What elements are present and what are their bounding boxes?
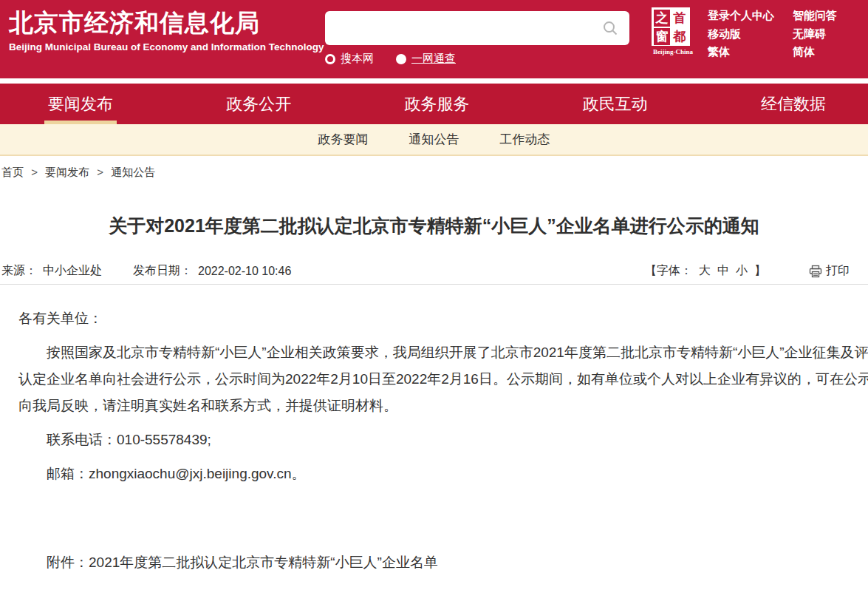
site-title: 北京市经济和信息化局 [9, 10, 324, 36]
font-size-medium-button[interactable]: 中 [717, 263, 729, 279]
active-tab-underline [44, 121, 117, 124]
salutation: 各有关单位： [18, 305, 868, 332]
article-body: 各有关单位： 按照国家及北京市专精特新“小巨人”企业相关政策要求，我局组织开展了… [0, 305, 868, 576]
seal-grid: 之 首 窗 都 [652, 7, 690, 46]
breadcrumb: 首页 > 要闻发布 > 通知公告 [1, 166, 868, 180]
nav-item-industry-data[interactable]: 经信数据 [761, 84, 826, 124]
nav-item-label: 要闻发布 [48, 93, 113, 115]
page-title: 关于对2021年度第二批拟认定北京市专精特新“小巨人”企业名单进行公示的通知 [0, 214, 868, 238]
seal-char: 之 [654, 10, 670, 27]
breadcrumb-separator: > [97, 166, 103, 178]
quick-link-smart-qa[interactable]: 智能问答 [793, 10, 837, 22]
nav-item-label: 经信数据 [761, 93, 826, 115]
seal-caption: Beijing-China [652, 48, 694, 55]
search-scope-network[interactable]: 一网通查 [396, 52, 456, 66]
font-size-close-bracket: 】 [754, 263, 766, 279]
quick-link-simplified[interactable]: 简体 [793, 46, 837, 58]
nav-item-label: 政务服务 [405, 93, 470, 115]
radio-selected-icon[interactable] [325, 54, 335, 64]
main-nav: 要闻发布 政务公开 政务服务 政民互动 经信数据 [0, 84, 868, 124]
site-logo[interactable]: 北京市经济和信息化局 Beijing Municipal Bureau of E… [9, 10, 324, 52]
font-size-control: 【字体： 大 中 小 】 [645, 263, 766, 279]
search-area: 搜本网 一网通查 [325, 11, 629, 66]
source-value: 中小企业处 [43, 263, 102, 279]
article-paragraph: 按照国家及北京市专精特新“小巨人”企业相关政策要求，我局组织开展了北京市2021… [18, 339, 868, 419]
attachment-line: 附件：2021年度第二批拟认定北京市专精特新“小巨人”企业名单 [18, 549, 868, 576]
font-size-large-button[interactable]: 大 [699, 263, 711, 279]
seal-char: 首 [671, 10, 688, 27]
subnav-item-notices[interactable]: 通知公告 [409, 131, 459, 148]
print-button[interactable]: 打印 [809, 263, 850, 279]
seal-char: 窗 [654, 28, 670, 45]
quick-link-accessibility[interactable]: 无障碍 [793, 28, 837, 41]
seal-char: 都 [671, 28, 688, 45]
source-label: 来源： [1, 263, 37, 279]
contact-phone: 联系电话：010-55578439; [18, 427, 868, 453]
sub-nav: 政务要闻 通知公告 工作动态 [0, 124, 868, 156]
date-label: 发布日期： [133, 263, 192, 279]
site-header: 北京市经济和信息化局 Beijing Municipal Bureau of E… [0, 0, 868, 78]
nav-item-label: 政务公开 [226, 93, 291, 115]
site-subtitle: Beijing Municipal Bureau of Economy and … [9, 41, 324, 52]
quick-link-login[interactable]: 登录个人中心 [708, 10, 793, 22]
search-scope-network-label: 一网通查 [411, 52, 456, 66]
breadcrumb-news-release[interactable]: 要闻发布 [45, 166, 89, 178]
search-scope-group: 搜本网 一网通查 [325, 52, 629, 66]
search-box [325, 11, 629, 45]
article-meta: 来源： 中小企业处 发布日期： 2022-02-10 10:46 【字体： 大 … [0, 263, 868, 279]
font-size-small-button[interactable]: 小 [736, 263, 748, 279]
quick-links: 登录个人中心 智能问答 移动版 无障碍 繁体 简体 [708, 10, 837, 58]
print-label: 打印 [826, 263, 850, 279]
header-divider [0, 78, 868, 84]
capital-window-seal-logo[interactable]: 之 首 窗 都 Beijing-China [652, 7, 694, 55]
search-input[interactable] [335, 11, 601, 45]
font-size-open-bracket: 【字体： [645, 263, 692, 279]
contact-email: 邮箱：zhongxiaochu@jxj.beijing.gov.cn。 [18, 461, 868, 487]
nav-item-news-release[interactable]: 要闻发布 [48, 84, 113, 124]
nav-item-public-interaction[interactable]: 政民互动 [583, 84, 648, 124]
nav-item-label: 政民互动 [583, 93, 648, 115]
search-icon[interactable] [603, 21, 618, 35]
nav-item-gov-services[interactable]: 政务服务 [405, 84, 470, 124]
radio-unselected-icon[interactable] [396, 54, 406, 64]
breadcrumb-home[interactable]: 首页 [1, 166, 24, 178]
breadcrumb-separator: > [31, 166, 38, 178]
date-value: 2022-02-10 10:46 [198, 265, 291, 278]
search-scope-site[interactable]: 搜本网 [325, 52, 374, 66]
quick-link-mobile[interactable]: 移动版 [708, 28, 793, 41]
content-divider [0, 284, 868, 285]
search-scope-site-label: 搜本网 [341, 52, 374, 66]
subnav-item-work-updates[interactable]: 工作动态 [500, 131, 550, 148]
subnav-item-gov-news[interactable]: 政务要闻 [318, 131, 369, 148]
breadcrumb-notices[interactable]: 通知公告 [111, 166, 155, 178]
article-tools: 【字体： 大 中 小 】 打印 [645, 263, 850, 279]
nav-item-gov-disclosure[interactable]: 政务公开 [226, 84, 291, 124]
quick-link-traditional[interactable]: 繁体 [708, 46, 793, 58]
printer-icon [809, 265, 822, 278]
